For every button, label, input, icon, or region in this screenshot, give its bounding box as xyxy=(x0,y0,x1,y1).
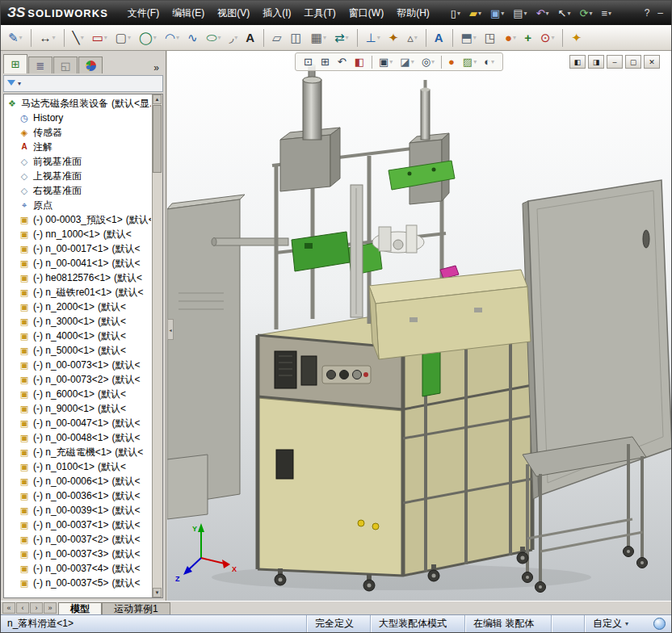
tree-item[interactable]: ▣ (-) n_00-0047<1> (默认< xyxy=(4,416,151,430)
text-tool[interactable]: A xyxy=(242,27,258,49)
menu-item[interactable]: 编辑(E) xyxy=(166,3,211,23)
rectangle-tool[interactable]: ▭ ▾ xyxy=(89,27,111,49)
tree-item[interactable]: ▣ (-) n_00-0039<1> (默认< xyxy=(4,503,151,518)
pane-left-button[interactable]: ◧ xyxy=(569,55,586,69)
tab-scroll-end-button[interactable]: » xyxy=(44,602,57,614)
view-orientation-button[interactable]: ▣ ▾ xyxy=(376,55,395,69)
circle-tool[interactable]: ◯ ▾ xyxy=(136,27,160,49)
custom-dropdown[interactable]: 自定义 ▾ xyxy=(584,615,648,632)
tree-item[interactable]: ▣ (-) n_00-0041<1> (默认< xyxy=(4,256,151,270)
tree-item[interactable]: ◷ History xyxy=(4,111,151,125)
tree-item[interactable]: ▣ (-) n_00-0037<1> (默认< xyxy=(4,518,151,532)
tab-motion-study[interactable]: 运动算例1 xyxy=(102,602,170,614)
tree-item[interactable]: ▣ (-) n_9000<1> (默认< xyxy=(4,401,151,416)
line-tool[interactable]: ╲ ▾ xyxy=(69,27,87,49)
smart-dimension-tool[interactable]: ↔ ▾ xyxy=(36,27,59,49)
tree-item[interactable]: ▣ (-) n_00-0037<3> (默认< xyxy=(4,547,151,561)
tree-item[interactable]: ▣ (-) 00-0003_預設<1> (默认< xyxy=(4,212,151,227)
menu-item[interactable]: 视图(V) xyxy=(211,3,256,23)
tree-root-item[interactable]: ❖ 马达壳磁条组装设备 (默认<显... xyxy=(4,96,151,111)
menu-item[interactable]: 插入(I) xyxy=(256,3,297,23)
restore-doc-button[interactable]: ▢ xyxy=(625,55,641,69)
tree-item[interactable]: ◇ 上视基准面 xyxy=(4,169,151,183)
tree-item[interactable]: ▣ (-) n_5000<1> (默认< xyxy=(4,343,151,358)
sketch-tool[interactable]: ✎ ▾ xyxy=(5,27,26,49)
panel-expand-button[interactable]: » xyxy=(149,62,163,73)
quick-snaps-tool[interactable]: ▵ ▾ xyxy=(404,27,421,49)
repair-sketch-tool[interactable]: ✦ xyxy=(385,27,403,49)
tree-item[interactable]: A 注解 xyxy=(4,140,151,154)
propertymanager-tab[interactable]: ≣ xyxy=(28,57,52,73)
tab-scroll-start-button[interactable]: « xyxy=(2,602,15,614)
options-button[interactable]: ≡ ▾ xyxy=(598,6,615,21)
minimize-ui-button[interactable]: – xyxy=(657,7,663,19)
screen-options-tool[interactable]: ✦ xyxy=(568,27,586,49)
zoom-area-button[interactable]: ⊞ xyxy=(318,55,333,69)
tree-item[interactable]: ▣ (-) n_充磁電機<1> (默认< xyxy=(4,445,151,459)
instant3d-tool[interactable]: ◳ xyxy=(481,27,500,49)
section-view-button[interactable]: ◧ xyxy=(352,55,368,69)
tree-item[interactable]: ▣ (-) n_00-0037<4> (默认< xyxy=(4,561,151,576)
ellipse-tool[interactable]: ⬭ ▾ xyxy=(204,27,225,49)
pane-right-button[interactable]: ◨ xyxy=(588,55,604,69)
sketch-fillet-tool[interactable]: ◞ ▾ xyxy=(225,27,241,49)
plane-tool[interactable]: ▱ xyxy=(269,27,286,49)
tree-filter-bar[interactable]: ▾ xyxy=(3,75,163,92)
tree-item[interactable]: ▣ (-) n_00-0006<1> (默认< xyxy=(4,474,151,488)
tree-item[interactable]: ▣ (-) n_2000<1> (默认< xyxy=(4,300,151,314)
rebuild-button[interactable]: ⟳ ▾ xyxy=(576,6,595,21)
tree-item[interactable]: ◈ 传感器 xyxy=(4,125,151,140)
select-button[interactable]: ↖ ▾ xyxy=(555,6,574,21)
tab-model[interactable]: 模型 xyxy=(58,602,102,614)
move-entities-tool[interactable]: ⇄ ▾ xyxy=(331,27,352,49)
mirror-entities-tool[interactable]: ◫ xyxy=(288,27,306,49)
help-button[interactable]: ? xyxy=(645,7,650,19)
tab-scroll-right-button[interactable]: › xyxy=(30,602,43,614)
linear-pattern-tool[interactable]: ▦ ▾ xyxy=(308,27,330,49)
tree-item[interactable]: ▣ (-) n_6000<1> (默认< xyxy=(4,387,151,401)
tree-item[interactable]: ◇ 右视基准面 xyxy=(4,183,151,198)
display-relations-tool[interactable]: ⊥ ▾ xyxy=(363,27,384,49)
scroll-down-button[interactable]: ▼ xyxy=(153,588,162,597)
tree-item[interactable]: ▣ (-) nn_1000<1> (默认< xyxy=(4,227,151,241)
close-doc-button[interactable]: ✕ xyxy=(644,55,660,69)
surface-tool[interactable]: ⬒ ▾ xyxy=(458,27,480,49)
scrollbar-thumb[interactable] xyxy=(153,105,162,173)
appearance-tool[interactable]: ● ▾ xyxy=(502,27,519,49)
tree-scrollbar[interactable]: ▲ ▼ xyxy=(152,94,162,597)
tree-item[interactable]: ▣ (-) n_磁铁re01<1> (默认< xyxy=(4,285,151,300)
tree-item[interactable]: ⌖ 原点 xyxy=(4,198,151,212)
spline-tool[interactable]: ∿ xyxy=(184,27,202,49)
previous-view-button[interactable]: ↶ xyxy=(335,55,350,69)
tree-item[interactable]: ▣ (-) n_00-0073<1> (默认< xyxy=(4,358,151,372)
tree-item[interactable]: ▣ (-) n_00-0048<1> (默认< xyxy=(4,430,151,445)
tree-item[interactable]: ▣ (-) n_0100<1> (默认< xyxy=(4,459,151,474)
record-video-tool[interactable]: ⊙ ▾ xyxy=(537,27,558,49)
scroll-up-button[interactable]: ▲ xyxy=(153,94,162,104)
model-viewport[interactable]: Y X Z ⊡ ⊞ xyxy=(167,51,671,601)
tree-item[interactable]: ▣ (-) n_00-0037<5> (默认< xyxy=(4,576,151,590)
featuremanager-tab[interactable]: ⊞ xyxy=(3,54,27,73)
new-view-tool[interactable]: + xyxy=(521,27,536,49)
menu-item[interactable]: 工具(T) xyxy=(297,3,342,23)
menu-item[interactable]: 文件(F) xyxy=(121,3,166,23)
displaymanager-tab[interactable]: ● xyxy=(78,57,103,73)
minimize-doc-button[interactable]: – xyxy=(607,55,623,69)
hide-show-items-button[interactable]: ◎ ▾ xyxy=(419,55,437,69)
new-document-button[interactable]: ▯ ▾ xyxy=(447,6,464,21)
view-settings-button[interactable]: ◐ ▾ xyxy=(481,55,497,69)
tree-item[interactable]: ▣ (-) n_4000<1> (默认< xyxy=(4,329,151,343)
rapid-sketch-tool[interactable]: A xyxy=(431,27,447,49)
print-button[interactable]: ▤ ▾ xyxy=(510,6,530,21)
zoom-fit-button[interactable]: ⊡ xyxy=(301,55,316,69)
tree-item[interactable]: ▣ (-) n_00-0037<2> (默认< xyxy=(4,532,151,547)
tree-item[interactable]: ▣ (-) he0812576<1> (默认< xyxy=(4,270,151,285)
slot-tool[interactable]: ▢ ▾ xyxy=(112,27,134,49)
menu-item[interactable]: 帮助(H) xyxy=(390,3,436,23)
tree-item[interactable]: ▣ (-) n_00-0017<1> (默认< xyxy=(4,241,151,256)
tree-item[interactable]: ◇ 前视基准面 xyxy=(4,154,151,169)
save-button[interactable]: ▣ ▾ xyxy=(487,6,507,21)
tree-item[interactable]: ▣ (-) n_00-0073<2> (默认< xyxy=(4,372,151,387)
arc-tool[interactable]: ◠ ▾ xyxy=(162,27,183,49)
edit-appearance-button[interactable]: ● xyxy=(446,55,458,69)
